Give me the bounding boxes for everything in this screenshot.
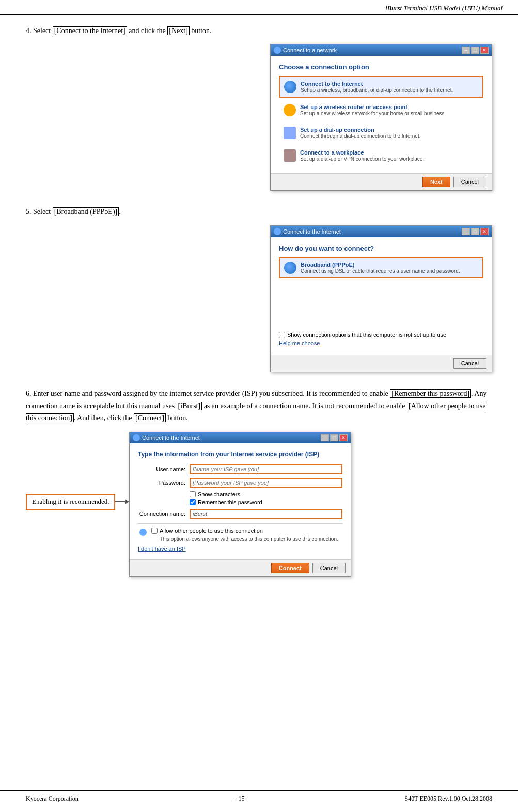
step6-dialog-icon xyxy=(133,434,140,441)
step-5-text-before: 5. Select xyxy=(26,208,53,216)
page-number: - 15 - xyxy=(79,795,405,803)
connection-name-label: Connection name: xyxy=(138,511,190,517)
connect-button[interactable]: Connect xyxy=(271,563,309,573)
next-button[interactable]: Next xyxy=(422,177,450,187)
arrow-head xyxy=(125,499,129,504)
wireless-router-icon xyxy=(284,104,296,116)
step-6-text-1: 6. Enter user name and password assigned… xyxy=(26,390,390,397)
option-broadband-desc: Connect using DSL or cable that requires… xyxy=(301,268,460,274)
step-4-dialog: Connect to a network ─ □ ✕ Choose a conn… xyxy=(270,44,492,191)
username-row: User name: xyxy=(138,464,342,474)
step6-close-btn[interactable]: ✕ xyxy=(339,434,348,441)
step-6-bracket1: [Remember this password] xyxy=(390,389,471,398)
network-icon-small xyxy=(139,529,147,536)
step-4-bracket2: [Next] xyxy=(167,26,190,35)
step-4-block: 4. Select [Connect to the Internet] and … xyxy=(26,25,492,191)
close-btn[interactable]: ✕ xyxy=(480,47,489,54)
broadband-icon xyxy=(284,262,296,274)
remember-password-label: Remember this password xyxy=(198,499,262,505)
option-wireless-router-title: Set up a wireless router or access point xyxy=(300,104,446,110)
help-me-choose-link[interactable]: Help me choose xyxy=(279,340,320,346)
option-connect-internet-desc: Set up a wireless, broadband, or dial-up… xyxy=(301,87,453,93)
option-workplace-desc: Set up a dial-up or VPN connection to yo… xyxy=(300,156,424,162)
dialog-icon xyxy=(274,47,281,54)
allow-others-note: This option allows anyone with access to… xyxy=(160,536,338,542)
step5-maximize-btn[interactable]: □ xyxy=(471,228,479,235)
password-input[interactable] xyxy=(190,478,342,488)
step-5-text-after: . xyxy=(119,208,121,216)
show-characters-checkbox[interactable] xyxy=(190,491,196,497)
step-6-text-3: as an example of a connection name. It i… xyxy=(202,402,407,410)
step-4-bracket1: [Connect to the Internet] xyxy=(53,26,127,35)
remember-password-checkbox[interactable] xyxy=(190,499,196,505)
step-4-dialog-heading: Choose a connection option xyxy=(279,63,483,71)
allow-others-checkbox[interactable] xyxy=(151,528,158,534)
annotation-row: Enabling it is recommended. xyxy=(26,494,129,510)
annotation-text: Enabling it is recommended. xyxy=(32,498,109,505)
annotation-side: Enabling it is recommended. xyxy=(26,432,129,510)
password-row: Password: xyxy=(138,478,342,488)
option-wireless-router[interactable]: Set up a wireless router or access point… xyxy=(279,100,483,120)
step-5-dialog-heading: How do you want to connect? xyxy=(279,244,483,252)
step-5-dialog-footer: Cancel xyxy=(271,355,492,372)
option-dialup-desc: Connect through a dial-up connection to … xyxy=(300,133,421,139)
step-5-text: 5. Select [Broadband (PPPoE)]. xyxy=(26,206,492,218)
cancel-button-6[interactable]: Cancel xyxy=(312,563,346,573)
option-connect-internet-title: Connect to the Internet xyxy=(301,81,453,87)
step-5-titlebar: Connect to the Internet ─ □ ✕ xyxy=(271,226,492,237)
step-6-text-4: . And then, click the xyxy=(74,414,134,422)
step-6-dialog-footer: Connect Cancel xyxy=(130,559,351,576)
option-workplace-title: Connect to a workplace xyxy=(300,149,424,156)
step6-maximize-btn[interactable]: □ xyxy=(330,434,338,441)
manual-title: iBurst Terminal USB Model (UTU) Manual xyxy=(385,4,503,12)
step-5-dialog: Connect to the Internet ─ □ ✕ How do you… xyxy=(270,225,492,372)
connection-name-row: Connection name: xyxy=(138,509,342,519)
connection-name-input[interactable] xyxy=(190,509,342,519)
allow-others-label: Allow other people to use this connectio… xyxy=(160,528,263,534)
show-options-label: Show connection options that this comput… xyxy=(287,332,446,338)
step-4-text: 4. Select [Connect to the Internet] and … xyxy=(26,25,492,37)
annotation-box: Enabling it is recommended. xyxy=(26,494,115,510)
password-label: Password: xyxy=(138,480,190,486)
footer-right: S40T-EE005 Rev.1.00 Oct.28.2008 xyxy=(405,795,492,803)
step-4-text-before: 4. Select xyxy=(26,27,53,35)
step-4-text-mid: and click the xyxy=(127,27,168,35)
allow-others-checkbox-row: Allow other people to use this connectio… xyxy=(151,528,338,534)
step-6-bracket2: [iBurst] xyxy=(177,402,202,410)
step-4-text-after: button. xyxy=(190,27,212,35)
option-connect-internet[interactable]: Connect to the Internet Set up a wireles… xyxy=(279,76,483,98)
username-input[interactable] xyxy=(190,464,342,474)
cancel-button-5[interactable]: Cancel xyxy=(453,358,486,369)
step5-close-btn[interactable]: ✕ xyxy=(480,228,489,235)
footer-left: Kyocera Corporation xyxy=(26,795,79,803)
minimize-btn[interactable]: ─ xyxy=(462,47,470,54)
option-workplace[interactable]: Connect to a workplace Set up a dial-up … xyxy=(279,145,483,166)
cancel-button-4[interactable]: Cancel xyxy=(453,177,486,187)
step-5-bracket1: [Broadband (PPPoE)] xyxy=(53,207,119,216)
show-characters-label: Show characters xyxy=(198,491,240,497)
option-broadband[interactable]: Broadband (PPPoE) Connect using DSL or c… xyxy=(279,257,483,278)
step-4-dialog-body: Choose a connection option Connect to th… xyxy=(271,56,492,173)
step5-spacer xyxy=(279,280,483,332)
step-5-screenshot: Connect to the Internet ─ □ ✕ How do you… xyxy=(26,225,492,372)
step-6-dialog: Connect to the Internet ─ □ ✕ Type the i… xyxy=(129,432,351,577)
workplace-icon xyxy=(284,149,296,162)
page-header: iBurst Terminal USB Model (UTU) Manual xyxy=(0,0,518,15)
page-footer: Kyocera Corporation - 15 - S40T-EE005 Re… xyxy=(0,790,518,807)
step-6-text: 6. Enter user name and password assigned… xyxy=(26,388,492,424)
step6-minimize-btn[interactable]: ─ xyxy=(321,434,329,441)
step-6-text-5: button. xyxy=(166,414,188,422)
step5-minimize-btn[interactable]: ─ xyxy=(462,228,470,235)
step-5-dialog-title: Connect to the Internet xyxy=(283,228,341,235)
step-5-block: 5. Select [Broadband (PPPoE)]. Connect t… xyxy=(26,206,492,372)
option-dialup[interactable]: Set up a dial-up connection Connect thro… xyxy=(279,122,483,143)
step-6-bracket4: [Connect] xyxy=(134,413,166,422)
no-isp-link[interactable]: I don't have an ISP xyxy=(138,546,186,552)
dialup-icon xyxy=(284,127,296,139)
step5-show-options-checkbox-row: Show connection options that this comput… xyxy=(279,332,483,338)
maximize-btn[interactable]: □ xyxy=(471,47,479,54)
step-6-dialog-heading: Type the information from your Internet … xyxy=(138,451,342,458)
show-options-checkbox[interactable] xyxy=(279,332,285,338)
step-4-dialog-title: Connect to a network xyxy=(283,47,337,53)
option-broadband-title: Broadband (PPPoE) xyxy=(301,262,460,268)
